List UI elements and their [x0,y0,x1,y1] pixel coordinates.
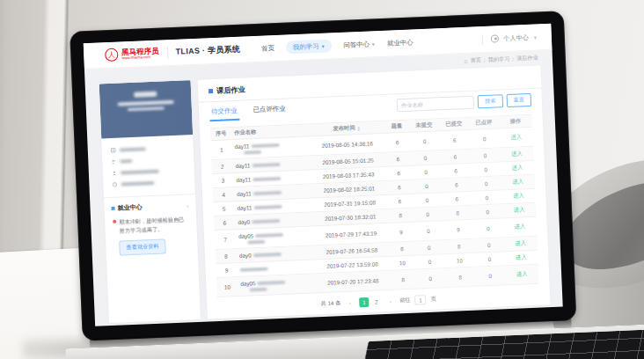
view-job-profile-button[interactable]: 查看就业资料 [119,239,166,256]
next-page-button[interactable]: › [385,297,395,306]
nav-item[interactable]: 就业中心 [387,38,413,48]
cell-submitted: 8 [445,274,475,281]
cell-index: 2 [212,163,233,170]
page-button[interactable]: 2 [371,297,381,306]
homework-name-prefix: day05 [238,232,253,239]
nav-item[interactable]: 首页 [261,44,274,54]
goto-page-input[interactable] [414,295,426,305]
enter-link[interactable]: 进入 [501,164,534,173]
search-button[interactable]: 搜索 [478,94,503,108]
enter-link[interactable]: 进入 [505,270,538,280]
cell-publish-date: 2019-07-22 13:59:08 [314,260,390,270]
breadcrumb-item[interactable]: 我的学习 [487,55,509,64]
cell-question-count: 10 [390,260,414,267]
cell-reviewed: 0 [473,224,503,231]
job-center-section: 就业中心 › 期末冲刺，是时候检验自己努力学习成果了。 查看就业资料 [104,194,198,264]
cell-submitted: 6 [442,195,472,202]
cell-not-submitted: 0 [412,196,442,203]
profile-info-list [101,135,195,194]
cell-submitted: 8 [443,209,472,216]
cell-not-submitted: 0 [412,182,442,189]
class-info-blurred [128,106,165,111]
title-bullet [209,89,213,93]
photo-scene: 人 黑马程序员 www.itheima.com TLIAS · 学员系统 首页 … [0,0,644,359]
chevron-right-icon[interactable]: › [187,202,189,209]
goto-unit: 页 [430,296,436,304]
laptop-screen: 人 黑马程序员 www.itheima.com TLIAS · 学员系统 首页 … [84,24,563,326]
nav-item-label: 问答中心 [343,40,370,49]
blurred-text [253,205,282,209]
table-column-header: 发布时间▲▼ [309,123,384,135]
page-button[interactable]: 1 [359,297,369,307]
enter-link[interactable]: 进入 [502,206,536,216]
cell-submitted: 6 [440,136,470,143]
homework-name-prefix: day0 [238,218,250,225]
cell-reviewed: 0 [472,208,502,215]
cell-publish-date: 2019-07-31 19:15:08 [311,199,387,209]
chevron-down-icon[interactable]: ▼ [533,34,538,40]
cell-homework-name: day0 [237,249,314,259]
enter-link[interactable]: 进入 [503,223,537,232]
homework-name-prefix: day11 [236,176,251,183]
job-center-header[interactable]: 就业中心 › [111,201,188,213]
cell-index: 7 [215,236,236,243]
enter-link[interactable]: 进入 [504,253,538,263]
pagination-total: 共 14 条 [321,299,341,308]
enter-link[interactable]: 进入 [500,150,533,159]
cell-not-submitted: 0 [414,258,444,265]
cell-index: 5 [214,205,235,212]
blurred-text [244,150,261,155]
homework-name-prefix: day05 [240,280,255,287]
column-label: 已提交 [445,120,462,127]
user-menu[interactable]: 个人中心 [503,33,529,42]
prev-page-button[interactable]: ‹ [345,297,355,307]
cell-index: 8 [216,253,237,260]
cell-publish-date: 2019-08-05 14:38:16 [310,140,385,150]
breadcrumb-item[interactable]: 课后作业 [516,55,538,63]
cell-submitted: 6 [440,153,470,160]
panel-title-row: 课后作业 [209,73,531,96]
laptop: 人 黑马程序员 www.itheima.com TLIAS · 学员系统 首页 … [49,0,628,359]
homework-name-prefix: day11 [238,204,252,211]
cell-not-submitted: 0 [411,168,441,175]
section-bullet [112,207,115,210]
home-icon[interactable]: ⌂ [464,58,468,64]
cell-homework-name: day05 [238,277,315,292]
breadcrumb-item[interactable]: 首页 [470,56,481,65]
enter-link[interactable]: 进入 [501,192,535,201]
laptop-bezel: 人 黑马程序员 www.itheima.com TLIAS · 学员系统 首页 … [70,11,576,341]
enter-link[interactable]: 进入 [504,239,538,249]
column-label: 作业名称 [234,128,256,136]
table-column-header: 题量 [384,122,409,131]
sort-icon[interactable]: ▲▼ [357,126,361,131]
cell-not-submitted: 0 [410,137,440,144]
table-column-header: 已点评 [469,118,499,127]
cell-homework-name: day11 [235,201,312,211]
blurred-text [253,191,282,195]
tabs: 待交作业 已点评作业 [209,104,288,122]
enter-link[interactable]: 进入 [501,178,535,187]
cell-publish-date: 2019-07-29 17:43:19 [313,230,389,239]
enter-link[interactable]: 进入 [499,133,532,143]
cell-not-submitted: 0 [413,210,443,217]
nav-item[interactable]: 问答中心 ▼ [343,40,376,50]
nav-item-label: 我的学习 [293,41,319,51]
column-label: 序号 [216,129,227,136]
cell-submitted: 6 [441,167,471,174]
cell-index: 6 [214,219,235,226]
homework-name-input[interactable] [397,96,475,113]
cell-not-submitted: 0 [410,154,440,161]
tab-reviewed-homework[interactable]: 已点评作业 [251,104,288,121]
blurred-text [120,158,132,163]
blurred-text [240,267,268,272]
nav-item[interactable]: 我的学习 ▼ [286,39,333,54]
chevron-down-icon: ▼ [320,43,325,48]
cell-index: 3 [212,177,233,184]
class-info-blurred [118,100,174,106]
table-column-header: 未提交 [409,121,439,129]
cell-homework-name: day05 [236,230,313,245]
users-icon [111,158,116,164]
cell-index: 1 [211,146,232,153]
reset-button[interactable]: 重置 [506,93,531,107]
tab-pending-homework[interactable]: 待交作业 [209,106,239,121]
